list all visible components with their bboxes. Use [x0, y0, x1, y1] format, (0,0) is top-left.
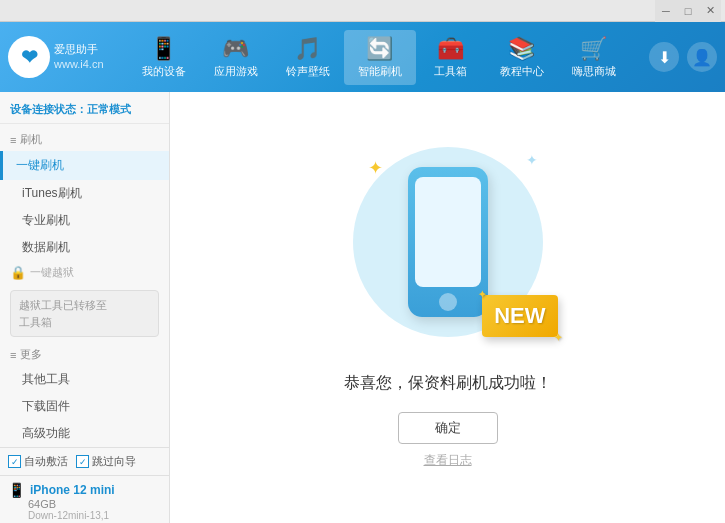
section-icon: ≡ [10, 349, 16, 361]
item-label: 其他工具 [22, 372, 70, 386]
sidebar-item-download-firmware[interactable]: 下载固件 [0, 393, 169, 420]
success-message: 恭喜您，保资料刷机成功啦！ [344, 373, 552, 394]
device-storage: 64GB [8, 498, 161, 510]
status-value: 正常模式 [87, 103, 131, 115]
nav-bar: 📱 我的设备 🎮 应用游戏 🎵 铃声壁纸 🔄 智能刷机 🧰 工具箱 📚 教程中心… [108, 30, 649, 85]
status-label: 设备连接状态： [10, 103, 87, 115]
section-label: 更多 [20, 347, 42, 362]
logo-name: 爱思助手 [54, 42, 104, 57]
nav-item-tutorials[interactable]: 📚 教程中心 [486, 30, 558, 85]
nav-icon-smart-flash: 🔄 [366, 36, 393, 62]
nav-item-ringtones[interactable]: 🎵 铃声壁纸 [272, 30, 344, 85]
connection-status: 设备连接状态：正常模式 [0, 98, 169, 124]
title-bar: ─ □ ✕ [0, 0, 725, 22]
download-button[interactable]: ⬇ [649, 42, 679, 72]
confirm-button[interactable]: 确定 [398, 412, 498, 444]
nav-item-toolbox[interactable]: 🧰 工具箱 [416, 30, 486, 85]
sidebar-section-jailbreak: 🔒 一键越狱 [0, 261, 169, 284]
nav-icon-toolbox: 🧰 [437, 36, 464, 62]
sidebar-item-advanced[interactable]: 高级功能 [0, 420, 169, 447]
sidebar-item-data-flash[interactable]: 数据刷机 [0, 234, 169, 261]
sidebar-item-pro-flash[interactable]: 专业刷机 [0, 207, 169, 234]
sidebar-item-other-tools[interactable]: 其他工具 [0, 366, 169, 393]
skip-wizard-check[interactable]: ✓ [76, 455, 89, 468]
view-log-link[interactable]: 查看日志 [424, 452, 472, 469]
nav-icon-apps-games: 🎮 [222, 36, 249, 62]
skip-wizard-label: 跳过向导 [92, 454, 136, 469]
jailbreak-disabled-notice: 越狱工具已转移至工具箱 [10, 290, 159, 337]
auto-flash-label: 自动敷活 [24, 454, 68, 469]
section-icon: ≡ [10, 134, 16, 146]
device-name: iPhone 12 mini [30, 483, 115, 497]
nav-label-apps-games: 应用游戏 [214, 64, 258, 79]
nav-label-ringtones: 铃声壁纸 [286, 64, 330, 79]
user-button[interactable]: 👤 [687, 42, 717, 72]
device-icon: 📱 [8, 482, 25, 498]
new-badge: NEW [482, 295, 557, 337]
auto-flash-check[interactable]: ✓ [8, 455, 21, 468]
logo-area: ❤ 爱思助手 www.i4.cn [8, 36, 108, 78]
sidebar-item-itunes-flash[interactable]: iTunes刷机 [0, 180, 169, 207]
item-label: 一键刷机 [16, 158, 64, 172]
illustration: ✦ ✦ NEW [348, 147, 548, 357]
nav-icon-tutorials: 📚 [508, 36, 535, 62]
device-model: Down-12mini-13,1 [8, 510, 161, 521]
item-label: 专业刷机 [22, 213, 70, 227]
section-label: 一键越狱 [30, 265, 74, 280]
sparkle-icon-tr: ✦ [526, 152, 538, 168]
sidebar-bottom-options: ✓ 自动敷活 ✓ 跳过向导 [0, 447, 169, 475]
skip-wizard-checkbox[interactable]: ✓ 跳过向导 [76, 454, 136, 469]
item-label: 下载固件 [22, 399, 70, 413]
sidebar-section-flash: ≡ 刷机 [0, 128, 169, 151]
item-label: iTunes刷机 [22, 186, 82, 200]
nav-item-apps-games[interactable]: 🎮 应用游戏 [200, 30, 272, 85]
logo-text: 爱思助手 www.i4.cn [54, 42, 104, 73]
minimize-button[interactable]: ─ [655, 0, 677, 22]
sparkle-icon-tl: ✦ [368, 157, 383, 179]
phone-screen [415, 177, 481, 287]
nav-label-mall: 嗨思商城 [572, 64, 616, 79]
sidebar-section-more: ≡ 更多 [0, 343, 169, 366]
phone-graphic [408, 167, 488, 317]
nav-icon-mall: 🛒 [580, 36, 607, 62]
nav-label-my-device: 我的设备 [142, 64, 186, 79]
phone-home-button [439, 293, 457, 311]
nav-icon-my-device: 📱 [150, 36, 177, 62]
nav-item-my-device[interactable]: 📱 我的设备 [128, 30, 200, 85]
nav-item-smart-flash[interactable]: 🔄 智能刷机 [344, 30, 416, 85]
auto-flash-checkbox[interactable]: ✓ 自动敷活 [8, 454, 68, 469]
nav-icon-ringtones: 🎵 [294, 36, 321, 62]
sidebar: 设备连接状态：正常模式 ≡ 刷机 一键刷机 iTunes刷机 专业刷机 数据刷机… [0, 92, 170, 523]
item-label: 高级功能 [22, 426, 70, 440]
header: ❤ 爱思助手 www.i4.cn 📱 我的设备 🎮 应用游戏 🎵 铃声壁纸 🔄 … [0, 22, 725, 92]
section-label: 刷机 [20, 132, 42, 147]
sidebar-item-one-key-flash[interactable]: 一键刷机 [0, 151, 169, 180]
logo-icon: ❤ [8, 36, 50, 78]
lock-icon: 🔒 [10, 265, 26, 280]
nav-item-mall[interactable]: 🛒 嗨思商城 [558, 30, 630, 85]
close-button[interactable]: ✕ [699, 0, 721, 22]
nav-label-tutorials: 教程中心 [500, 64, 544, 79]
item-label: 数据刷机 [22, 240, 70, 254]
header-right: ⬇ 👤 [649, 42, 717, 72]
disabled-text: 越狱工具已转移至工具箱 [19, 297, 107, 330]
maximize-button[interactable]: □ [677, 0, 699, 22]
device-info: 📱 iPhone 12 mini 64GB Down-12mini-13,1 [0, 475, 169, 523]
content-panel: ✦ ✦ NEW 恭喜您，保资料刷机成功啦！ 确定 查看日志 [170, 92, 725, 523]
nav-label-smart-flash: 智能刷机 [358, 64, 402, 79]
logo-url: www.i4.cn [54, 57, 104, 72]
nav-label-toolbox: 工具箱 [434, 64, 467, 79]
